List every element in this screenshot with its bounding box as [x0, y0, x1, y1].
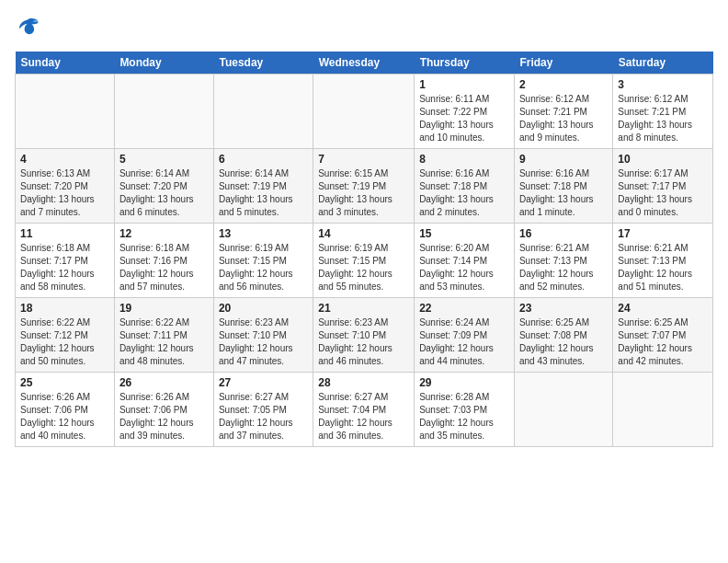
- day-number: 22: [419, 302, 509, 315]
- day-info: Sunrise: 6:17 AM Sunset: 7:17 PM Dayligh…: [618, 167, 708, 219]
- day-info: Sunrise: 6:21 AM Sunset: 7:13 PM Dayligh…: [519, 242, 608, 293]
- calendar-cell: 14Sunrise: 6:19 AM Sunset: 7:15 PM Dayli…: [313, 224, 415, 298]
- day-info: Sunrise: 6:20 AM Sunset: 7:14 PM Dayligh…: [419, 242, 509, 293]
- day-info: Sunrise: 6:12 AM Sunset: 7:21 PM Dayligh…: [519, 93, 608, 144]
- day-number: 18: [20, 302, 109, 315]
- calendar-cell: 9Sunrise: 6:16 AM Sunset: 7:18 PM Daylig…: [514, 149, 612, 224]
- day-info: Sunrise: 6:16 AM Sunset: 7:18 PM Dayligh…: [419, 167, 509, 219]
- calendar-week-row: 11Sunrise: 6:18 AM Sunset: 7:17 PM Dayli…: [16, 224, 713, 298]
- calendar-cell: 20Sunrise: 6:23 AM Sunset: 7:10 PM Dayli…: [213, 298, 313, 373]
- day-number: 3: [618, 78, 708, 91]
- calendar-cell: 3Sunrise: 6:12 AM Sunset: 7:21 PM Daylig…: [613, 75, 713, 149]
- day-info: Sunrise: 6:14 AM Sunset: 7:19 PM Dayligh…: [219, 167, 308, 219]
- day-info: Sunrise: 6:23 AM Sunset: 7:10 PM Dayligh…: [318, 316, 409, 368]
- day-number: 10: [618, 153, 708, 166]
- calendar-cell: 24Sunrise: 6:25 AM Sunset: 7:07 PM Dayli…: [613, 298, 713, 373]
- day-info: Sunrise: 6:26 AM Sunset: 7:06 PM Dayligh…: [119, 391, 209, 442]
- day-info: Sunrise: 6:27 AM Sunset: 7:04 PM Dayligh…: [318, 391, 409, 442]
- day-number: 21: [318, 302, 409, 315]
- logo-bird-icon: [15, 15, 40, 40]
- day-number: 24: [618, 302, 708, 315]
- calendar-table: SundayMondayTuesdayWednesdayThursdayFrid…: [15, 52, 713, 447]
- day-info: Sunrise: 6:14 AM Sunset: 7:20 PM Dayligh…: [119, 167, 209, 219]
- day-number: 27: [219, 376, 308, 389]
- calendar-header-wednesday: Wednesday: [313, 52, 415, 75]
- day-info: Sunrise: 6:22 AM Sunset: 7:11 PM Dayligh…: [119, 316, 209, 368]
- day-number: 19: [119, 302, 209, 315]
- day-info: Sunrise: 6:24 AM Sunset: 7:09 PM Dayligh…: [419, 316, 509, 368]
- day-info: Sunrise: 6:27 AM Sunset: 7:05 PM Dayligh…: [219, 391, 308, 442]
- calendar-cell: 7Sunrise: 6:15 AM Sunset: 7:19 PM Daylig…: [313, 149, 415, 224]
- calendar-week-row: 1Sunrise: 6:11 AM Sunset: 7:22 PM Daylig…: [16, 75, 713, 149]
- calendar-header-tuesday: Tuesday: [213, 52, 313, 75]
- calendar-week-row: 4Sunrise: 6:13 AM Sunset: 7:20 PM Daylig…: [16, 149, 713, 224]
- calendar-cell: 13Sunrise: 6:19 AM Sunset: 7:15 PM Dayli…: [213, 224, 313, 298]
- calendar-body: 1Sunrise: 6:11 AM Sunset: 7:22 PM Daylig…: [16, 75, 713, 447]
- day-number: 12: [119, 227, 209, 240]
- day-info: Sunrise: 6:12 AM Sunset: 7:21 PM Dayligh…: [618, 93, 708, 144]
- calendar-cell: [114, 75, 213, 149]
- day-info: Sunrise: 6:22 AM Sunset: 7:12 PM Dayligh…: [20, 316, 109, 368]
- calendar-header-monday: Monday: [114, 52, 213, 75]
- calendar-cell: 29Sunrise: 6:28 AM Sunset: 7:03 PM Dayli…: [415, 373, 515, 447]
- day-info: Sunrise: 6:23 AM Sunset: 7:10 PM Dayligh…: [219, 316, 308, 368]
- calendar-cell: 5Sunrise: 6:14 AM Sunset: 7:20 PM Daylig…: [114, 149, 213, 224]
- day-number: 5: [119, 153, 209, 166]
- calendar-cell: 23Sunrise: 6:25 AM Sunset: 7:08 PM Dayli…: [514, 298, 612, 373]
- day-info: Sunrise: 6:25 AM Sunset: 7:08 PM Dayligh…: [519, 316, 608, 368]
- day-number: 26: [119, 376, 209, 389]
- calendar-cell: 8Sunrise: 6:16 AM Sunset: 7:18 PM Daylig…: [415, 149, 515, 224]
- day-number: 13: [219, 227, 308, 240]
- calendar-header-thursday: Thursday: [415, 52, 515, 75]
- logo: [15, 15, 44, 40]
- calendar-week-row: 25Sunrise: 6:26 AM Sunset: 7:06 PM Dayli…: [16, 373, 713, 447]
- calendar-cell: 4Sunrise: 6:13 AM Sunset: 7:20 PM Daylig…: [16, 149, 115, 224]
- day-number: 15: [419, 227, 509, 240]
- calendar-header-friday: Friday: [514, 52, 612, 75]
- calendar-cell: 2Sunrise: 6:12 AM Sunset: 7:21 PM Daylig…: [514, 75, 612, 149]
- day-number: 17: [618, 227, 708, 240]
- day-info: Sunrise: 6:15 AM Sunset: 7:19 PM Dayligh…: [318, 167, 409, 219]
- calendar-cell: 25Sunrise: 6:26 AM Sunset: 7:06 PM Dayli…: [16, 373, 115, 447]
- calendar-header-sunday: Sunday: [16, 52, 115, 75]
- day-info: Sunrise: 6:11 AM Sunset: 7:22 PM Dayligh…: [419, 93, 509, 144]
- day-info: Sunrise: 6:13 AM Sunset: 7:20 PM Dayligh…: [20, 167, 109, 219]
- day-number: 8: [419, 153, 509, 166]
- calendar-cell: 28Sunrise: 6:27 AM Sunset: 7:04 PM Dayli…: [313, 373, 415, 447]
- day-number: 28: [318, 376, 409, 389]
- day-number: 11: [20, 227, 109, 240]
- day-number: 6: [219, 153, 308, 166]
- day-number: 4: [20, 153, 109, 166]
- day-info: Sunrise: 6:21 AM Sunset: 7:13 PM Dayligh…: [618, 242, 708, 293]
- calendar-cell: 27Sunrise: 6:27 AM Sunset: 7:05 PM Dayli…: [213, 373, 313, 447]
- calendar-week-row: 18Sunrise: 6:22 AM Sunset: 7:12 PM Dayli…: [16, 298, 713, 373]
- day-info: Sunrise: 6:16 AM Sunset: 7:18 PM Dayligh…: [519, 167, 608, 219]
- day-number: 9: [519, 153, 608, 166]
- calendar-cell: 21Sunrise: 6:23 AM Sunset: 7:10 PM Dayli…: [313, 298, 415, 373]
- day-info: Sunrise: 6:25 AM Sunset: 7:07 PM Dayligh…: [618, 316, 708, 368]
- day-number: 23: [519, 302, 608, 315]
- calendar-cell: [514, 373, 612, 447]
- calendar-cell: 17Sunrise: 6:21 AM Sunset: 7:13 PM Dayli…: [613, 224, 713, 298]
- day-info: Sunrise: 6:28 AM Sunset: 7:03 PM Dayligh…: [419, 391, 509, 442]
- day-number: 1: [419, 78, 509, 91]
- calendar-cell: [213, 75, 313, 149]
- day-info: Sunrise: 6:19 AM Sunset: 7:15 PM Dayligh…: [318, 242, 409, 293]
- calendar-cell: [16, 75, 115, 149]
- day-number: 25: [20, 376, 109, 389]
- day-number: 14: [318, 227, 409, 240]
- calendar-header-row: SundayMondayTuesdayWednesdayThursdayFrid…: [16, 52, 713, 75]
- calendar-cell: 6Sunrise: 6:14 AM Sunset: 7:19 PM Daylig…: [213, 149, 313, 224]
- calendar-cell: [313, 75, 415, 149]
- day-number: 7: [318, 153, 409, 166]
- calendar-cell: 18Sunrise: 6:22 AM Sunset: 7:12 PM Dayli…: [16, 298, 115, 373]
- calendar-cell: 11Sunrise: 6:18 AM Sunset: 7:17 PM Dayli…: [16, 224, 115, 298]
- day-number: 20: [219, 302, 308, 315]
- day-info: Sunrise: 6:18 AM Sunset: 7:16 PM Dayligh…: [119, 242, 209, 293]
- calendar-cell: 15Sunrise: 6:20 AM Sunset: 7:14 PM Dayli…: [415, 224, 515, 298]
- calendar-cell: 10Sunrise: 6:17 AM Sunset: 7:17 PM Dayli…: [613, 149, 713, 224]
- calendar-cell: 22Sunrise: 6:24 AM Sunset: 7:09 PM Dayli…: [415, 298, 515, 373]
- calendar-cell: 12Sunrise: 6:18 AM Sunset: 7:16 PM Dayli…: [114, 224, 213, 298]
- day-number: 16: [519, 227, 608, 240]
- calendar-cell: 16Sunrise: 6:21 AM Sunset: 7:13 PM Dayli…: [514, 224, 612, 298]
